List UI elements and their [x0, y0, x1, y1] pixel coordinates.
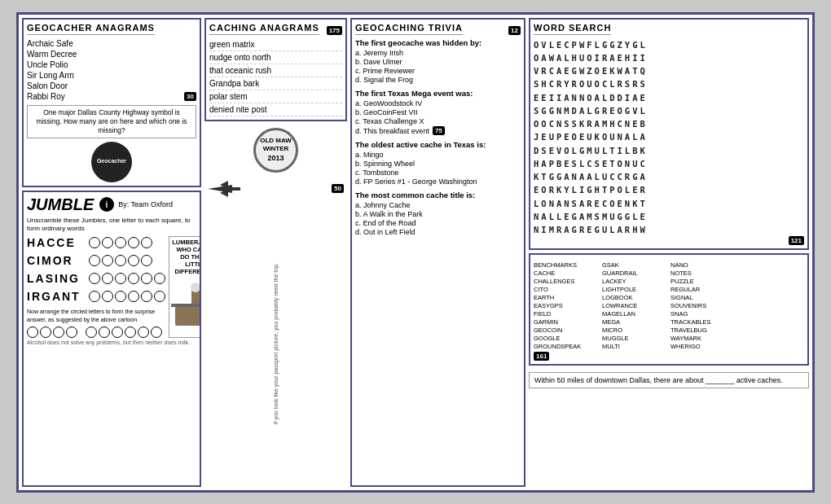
sidebar-rotated-text: If you look like your passport picture, …	[273, 263, 279, 424]
list-item: polar stem	[209, 90, 342, 103]
trivia-options-3: a. Johnny Cache b. A Walk in the Park c.…	[355, 201, 521, 237]
jbox	[115, 255, 126, 266]
jbox	[102, 237, 113, 248]
word-item: SIGNAL	[671, 294, 736, 301]
list-item: a. GeoWoodstock IV	[355, 99, 521, 108]
jumble-boxes-3	[89, 291, 165, 302]
trivia-question-0: The first geocache was hidden by:	[355, 38, 521, 47]
anagram-badge: 30	[184, 92, 196, 101]
jumble-content: HACCE CIMOR	[27, 236, 196, 337]
word-item	[739, 278, 804, 285]
list-item: b. A Walk in the Park	[355, 210, 521, 219]
jbox	[115, 273, 126, 284]
word-item: SOUVENIRS	[671, 302, 736, 309]
word-search-title-row: Word Search	[534, 23, 804, 38]
jbox	[141, 255, 152, 266]
word-item: BENCHMARKS	[534, 261, 599, 269]
airplane-icon	[208, 181, 240, 197]
list-item: Warm Decree	[27, 49, 196, 59]
trivia-options-0: a. Jeremy Irish b. Dave Ulmer c. Prime R…	[355, 49, 521, 85]
list-item: green matrix	[209, 38, 342, 51]
jumble-instructions: Unscramble these Jumbles, one letter to …	[27, 217, 196, 234]
trivia-badge2: 75	[433, 126, 445, 135]
jbox	[99, 327, 110, 338]
word-item	[739, 310, 804, 318]
jbox	[89, 291, 100, 302]
word-item	[739, 261, 804, 269]
list-item: that oceanic rush	[209, 64, 342, 77]
jbox	[89, 273, 100, 284]
jbox	[102, 273, 113, 284]
grid-row: NALLEGAMSMUGGLE	[534, 210, 804, 223]
jbox	[112, 327, 123, 338]
trivia-section-0: The first geocache was hidden by: a. Jer…	[355, 38, 521, 85]
jbox	[141, 273, 152, 284]
trivia-section-1: The first Texas Mega event was: a. GeoWo…	[355, 89, 521, 136]
main-page: Geocacher Anagrams Archaic Safe Warm Dec…	[16, 12, 815, 493]
active-caches-box: Within 50 miles of downtown Dallas, ther…	[529, 372, 809, 388]
word-list-panel: BENCHMARKS GSAK NANO CACHE GUARDRAIL NOT…	[529, 253, 809, 366]
jumble-byline: By: Team Oxford	[118, 200, 173, 208]
trivia-section-3: The most common cache title is: a. Johnn…	[355, 191, 521, 237]
word-item: LOGBOOK	[602, 294, 667, 301]
jumble-boxes-0	[89, 237, 152, 248]
grid-row: LONANSARECOENKT	[534, 197, 804, 210]
word-item: LIGHTPOLE	[602, 286, 667, 293]
grid-row: HAPBESLCSETONUC	[534, 157, 804, 170]
list-item: d. FP Series #1 - George Washington	[355, 177, 521, 186]
list-item: b. GeoCoinFest VII	[355, 108, 521, 117]
geocacher-logo: Geocacher	[27, 142, 196, 182]
grid-row: DSEVOLGMULTILBK	[534, 144, 804, 157]
jumble-answer-text: Now arrange the circled letters to form …	[27, 308, 165, 322]
jbox	[141, 291, 152, 302]
jbox	[115, 291, 126, 302]
list-item: Salon Door	[27, 81, 196, 91]
emblem-line1: OLD MAW	[260, 137, 292, 145]
list-item: a. Mingo	[355, 151, 521, 160]
word-item: GROUNDSPEAK	[534, 343, 599, 350]
emblem-year: 2013	[267, 154, 284, 164]
grid-row: SHCRYROUOCLRSRS	[534, 77, 804, 90]
list-item: Rabbi Roy 30	[27, 91, 196, 102]
word-list-badge: 161	[534, 352, 549, 361]
caching-badge2: 50	[332, 184, 344, 193]
word-item: CITO	[534, 286, 599, 293]
svg-point-4	[191, 283, 200, 292]
emblem-line2: WINTER	[263, 145, 289, 153]
list-item: Sir Long Arm	[27, 70, 196, 81]
jbox	[102, 255, 113, 266]
word-item: CACHE	[534, 270, 599, 277]
list-item: Archaic Safe	[27, 38, 196, 49]
word-item	[739, 343, 804, 350]
active-caches-text: Within 50 miles of downtown Dallas, ther…	[534, 376, 783, 384]
jbox	[128, 255, 139, 266]
jbox	[66, 327, 77, 338]
jbox	[154, 291, 165, 302]
list-item: c. Tombstone	[355, 169, 521, 177]
word-item: MEGA	[602, 318, 667, 326]
grid-row: OAWALHUOIRAEHII	[534, 51, 804, 64]
jumble-answer-boxes	[27, 327, 165, 338]
word-item: GSAK	[602, 261, 667, 269]
jumble-title: JUMBLE	[27, 195, 94, 214]
trivia-panel: Geocaching Trivia 12 The first geocache …	[350, 18, 525, 487]
cartoon-svg	[171, 281, 201, 330]
jumble-cartoon: LUMBERJACKS WHO CACHE DO THIS A LITTLE D…	[169, 236, 201, 337]
svg-rect-5	[171, 304, 201, 307]
word-item: NOTES	[671, 270, 736, 277]
emblem: OLD MAW WINTER 2013	[204, 128, 347, 173]
list-item: b. Dave Ulmer	[355, 58, 521, 67]
caching-anagrams-panel: Caching Anagrams 175 green matrix nudge …	[204, 18, 347, 121]
jumble-panel: JUMBLE i By: Team Oxford Unscramble thes…	[22, 191, 201, 487]
jbox	[115, 237, 126, 248]
geocacher-anagrams-panel: Geocacher Anagrams Archaic Safe Warm Dec…	[22, 18, 201, 187]
jumble-word-2: LASING	[27, 272, 84, 285]
jumble-boxes-1	[89, 255, 152, 266]
trivia-badge: 12	[508, 26, 521, 35]
list-item: Uncle Polio	[27, 59, 196, 70]
jumble-row-3: IRGANT	[27, 290, 165, 303]
grid-row: EEIIANNOALDDIAE	[534, 91, 804, 104]
word-item: GEOCOIN	[534, 327, 599, 334]
caching-anagrams-title: Caching Anagrams	[209, 23, 319, 35]
trivia-title: Geocaching Trivia	[355, 23, 463, 35]
